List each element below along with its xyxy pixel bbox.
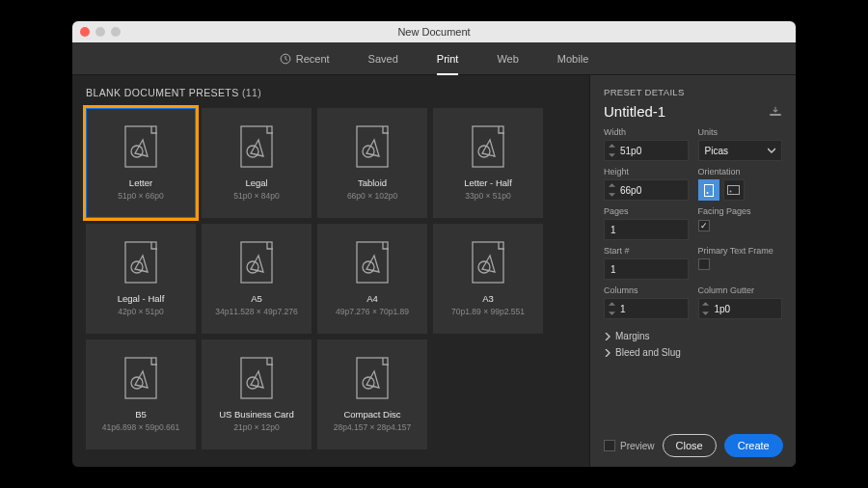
preset-card[interactable]: A534p11.528 × 49p7.276 — [202, 224, 312, 334]
preset-dimensions: 21p0 × 12p0 — [233, 422, 280, 432]
svg-point-24 — [706, 192, 708, 194]
tab-recent-label: Recent — [296, 53, 330, 65]
details-heading: PRESET DETAILS — [604, 87, 782, 97]
orientation-landscape[interactable] — [723, 179, 745, 201]
presets-panel: BLANK DOCUMENT PRESETS (11) Letter51p0 ×… — [72, 75, 589, 467]
svg-point-26 — [730, 191, 732, 193]
preset-card[interactable]: US Business Card21p0 × 12p0 — [202, 339, 312, 449]
minimize-window-button[interactable] — [95, 27, 105, 37]
preset-dimensions: 42p0 × 51p0 — [118, 307, 164, 316]
svg-point-14 — [363, 261, 374, 273]
units-select[interactable]: Picas — [698, 140, 783, 161]
start-label: Start # — [604, 246, 689, 256]
svg-point-8 — [478, 146, 490, 157]
chevron-right-icon — [604, 333, 611, 340]
close-button[interactable]: Close — [663, 434, 717, 457]
preset-card[interactable]: Letter - Half33p0 × 51p0 — [433, 108, 543, 218]
height-label: Height — [604, 167, 689, 176]
tab-recent[interactable]: Recent — [280, 42, 330, 75]
gutter-input[interactable]: 1p0 — [698, 298, 783, 319]
preset-dimensions: 33p0 × 51p0 — [465, 191, 511, 201]
height-input[interactable]: 66p0 — [604, 179, 689, 201]
preset-card[interactable]: Legal51p0 × 84p0 — [202, 108, 312, 218]
columns-input[interactable]: 1 — [604, 298, 689, 319]
save-preset-icon[interactable] — [769, 106, 782, 118]
facing-pages-label: Facing Pages — [698, 206, 783, 216]
preset-name: Letter — [129, 177, 152, 188]
create-button[interactable]: Create — [724, 434, 783, 457]
preset-card[interactable]: A449p7.276 × 70p1.89 — [317, 224, 427, 334]
zoom-window-button[interactable] — [111, 27, 121, 37]
gutter-label: Column Gutter — [698, 285, 783, 295]
tab-web[interactable]: Web — [497, 42, 518, 75]
preset-dimensions: 34p11.528 × 49p7.276 — [215, 307, 297, 316]
preset-dimensions: 41p6.898 × 59p0.661 — [102, 422, 180, 432]
preset-dimensions: 51p0 × 66p0 — [118, 191, 164, 201]
preset-name: A4 — [366, 293, 378, 304]
svg-point-22 — [363, 377, 374, 389]
columns-stepper[interactable] — [605, 299, 618, 318]
svg-point-2 — [131, 146, 143, 157]
landscape-icon — [727, 185, 740, 195]
chevron-right-icon — [604, 349, 611, 357]
svg-point-20 — [247, 377, 258, 389]
preview-label: Preview — [620, 441, 655, 451]
width-input[interactable]: 51p0 — [604, 140, 689, 161]
tab-mobile[interactable]: Mobile — [557, 42, 588, 75]
preset-dimensions: 28p4.157 × 28p4.157 — [334, 422, 412, 432]
orientation-portrait[interactable] — [698, 179, 719, 201]
new-document-window: New Document Recent Saved Print Web Mobi… — [72, 21, 796, 467]
preview-checkbox[interactable] — [604, 440, 615, 451]
svg-point-10 — [131, 261, 143, 273]
height-stepper[interactable] — [605, 180, 618, 200]
preset-card[interactable]: A370p1.89 × 99p2.551 — [433, 224, 543, 334]
gutter-stepper[interactable] — [699, 299, 713, 318]
document-name[interactable]: Untitled-1 — [604, 103, 665, 120]
primary-text-frame-label: Primary Text Frame — [698, 246, 783, 256]
preset-name: A5 — [251, 293, 262, 304]
preset-name: A3 — [482, 293, 494, 304]
units-label: Units — [698, 127, 783, 137]
primary-text-frame-checkbox[interactable] — [698, 258, 710, 270]
svg-point-4 — [247, 146, 258, 157]
preset-dimensions: 51p0 × 84p0 — [233, 191, 280, 201]
preset-card[interactable]: Legal - Half42p0 × 51p0 — [86, 224, 196, 334]
facing-pages-checkbox[interactable] — [698, 220, 710, 231]
width-stepper[interactable] — [605, 141, 618, 160]
preset-name: Legal - Half — [118, 293, 165, 304]
chevron-down-icon — [768, 147, 775, 154]
preset-name: Tabloid — [358, 177, 387, 188]
titlebar: New Document — [72, 21, 796, 42]
preset-name: Compact Disc — [343, 409, 400, 420]
svg-point-16 — [478, 261, 490, 273]
preset-name: B5 — [135, 409, 147, 420]
preset-card[interactable]: B541p6.898 × 59p0.661 — [86, 339, 196, 449]
presets-heading: BLANK DOCUMENT PRESETS (11) — [86, 87, 576, 98]
preset-name: Letter - Half — [464, 177, 512, 188]
tab-print[interactable]: Print — [437, 42, 459, 75]
pages-label: Pages — [604, 206, 689, 216]
preset-dimensions: 49p7.276 × 70p1.89 — [336, 307, 409, 316]
start-input[interactable]: 1 — [604, 258, 689, 280]
bleed-section[interactable]: Bleed and Slug — [604, 347, 782, 358]
margins-section[interactable]: Margins — [604, 331, 782, 341]
tab-saved[interactable]: Saved — [368, 42, 398, 75]
preset-card[interactable]: Compact Disc28p4.157 × 28p4.157 — [317, 339, 427, 449]
preset-dimensions: 66p0 × 102p0 — [347, 191, 397, 201]
orientation-label: Orientation — [698, 167, 783, 176]
svg-point-18 — [131, 377, 143, 389]
pages-input[interactable]: 1 — [604, 219, 689, 240]
preset-details-panel: PRESET DETAILS Untitled-1 Width 51p0 — [589, 75, 796, 467]
portrait-icon — [704, 184, 714, 197]
columns-label: Columns — [604, 285, 689, 295]
svg-rect-25 — [728, 186, 740, 195]
svg-rect-23 — [704, 184, 713, 196]
window-title: New Document — [72, 26, 796, 38]
svg-point-6 — [363, 146, 374, 157]
preset-dimensions: 70p1.89 × 99p2.551 — [451, 307, 525, 316]
preset-card[interactable]: Letter51p0 × 66p0 — [86, 108, 196, 218]
clock-icon — [280, 53, 291, 65]
close-window-button[interactable] — [80, 27, 90, 37]
category-tabs: Recent Saved Print Web Mobile — [72, 42, 796, 75]
preset-card[interactable]: Tabloid66p0 × 102p0 — [317, 108, 427, 218]
